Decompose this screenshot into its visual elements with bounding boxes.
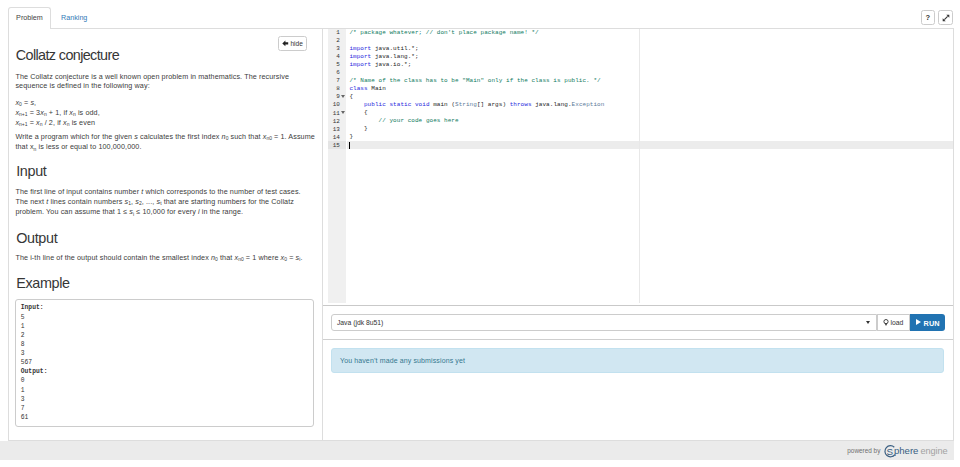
- svg-text:phere: phere: [894, 445, 919, 456]
- svg-text:S: S: [887, 446, 894, 457]
- svg-text:engine: engine: [921, 446, 948, 456]
- svg-text:powered by: powered by: [847, 447, 881, 455]
